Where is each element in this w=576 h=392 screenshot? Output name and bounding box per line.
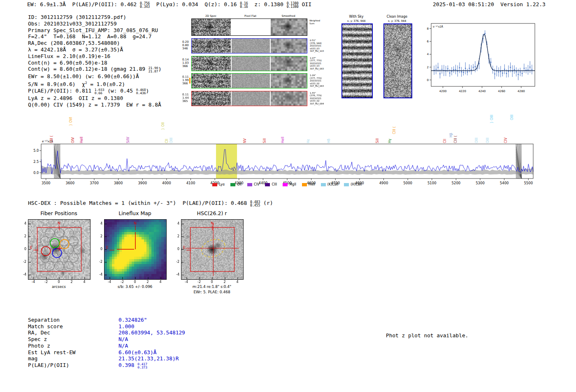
match-table-row: Est LyA rest-EW6.60(±0.63)Å bbox=[28, 349, 185, 356]
cutout-xtick: -2 bbox=[195, 280, 203, 284]
cutout-ytick: -4 bbox=[19, 273, 26, 276]
spectral-line-label: OIII bbox=[486, 138, 490, 143]
legend-swatch bbox=[344, 183, 349, 186]
lineflux-map-image bbox=[104, 219, 167, 280]
svg-text:4200: 4200 bbox=[439, 90, 447, 93]
legend-label: HeII bbox=[309, 183, 315, 186]
stacked-fraction: 0.7560.343 bbox=[140, 2, 150, 9]
spec2d-subimage bbox=[232, 91, 270, 106]
spec2d-row-left-labels: 0.141.03366 bbox=[182, 58, 189, 68]
match-table-value: N/A bbox=[118, 336, 128, 342]
cutout-ytick: -2 bbox=[95, 260, 102, 264]
svg-text:8: 8 bbox=[427, 27, 429, 30]
legend-swatch bbox=[283, 183, 288, 186]
cutout-xtick: -2 bbox=[118, 280, 126, 284]
legend-item: (H)CaII bbox=[344, 183, 362, 186]
svg-text:4: 4 bbox=[427, 53, 429, 56]
match-table-row: Spec zN/A bbox=[28, 336, 185, 343]
spectral-line-label: HeII bbox=[80, 137, 84, 143]
spec2d-subimage bbox=[271, 39, 307, 53]
cutout-xtick: -2 bbox=[42, 280, 50, 284]
svg-text:2.5: 2.5 bbox=[33, 160, 39, 164]
fiber-accent-mark bbox=[189, 78, 190, 84]
svg-text:4220: 4220 bbox=[459, 90, 466, 93]
cutout-ytick: -4 bbox=[172, 273, 179, 276]
spectral-line-label: OIII bbox=[510, 115, 514, 120]
stacked-fraction: 0.4170.373 bbox=[137, 363, 147, 369]
cutout-ytick: 2 bbox=[172, 234, 179, 238]
spectral-line-label: CIII ( bbox=[454, 136, 458, 143]
cutout-ytick: 2 bbox=[19, 234, 26, 238]
match-table-label: Match score bbox=[28, 323, 118, 330]
match-table-value: 6.60(±0.63)Å bbox=[118, 349, 156, 355]
svg-text:0.0: 0.0 bbox=[33, 171, 39, 175]
spec2d-subimage bbox=[271, 56, 307, 71]
legend-item: OII bbox=[230, 183, 242, 186]
spec2d-row-right-labels: 1.55"(376, 779)20210321v033_02307_RU_084 bbox=[310, 92, 324, 105]
svg-text:4260: 4260 bbox=[498, 90, 505, 93]
cutout-xtick: 0 bbox=[55, 280, 63, 284]
timestamp-version: 2025-01-03 08:51:20 Version 1.22.3 bbox=[433, 1, 546, 7]
cutout-xtick: 4 bbox=[156, 280, 165, 284]
line-fit-svg: 0246842004220424042604280e⁻¹⁷x2Å bbox=[420, 19, 555, 99]
hsc-cutout-image bbox=[181, 219, 244, 280]
spec2d-row-left-labels: 0.111.44365 bbox=[182, 93, 189, 103]
match-table-label: RA, Dec bbox=[28, 329, 118, 336]
spectral-line-label: CII bbox=[443, 139, 447, 143]
spectral-line-label: } OIII bbox=[490, 115, 494, 123]
match-table-label: P(LAE)/P(OII) bbox=[28, 362, 118, 369]
spec2d-fiber-row: 0.141.033661.07"(377, 770)20210321v033_0… bbox=[191, 56, 307, 71]
cutout-xtick: 2 bbox=[221, 280, 229, 284]
match-table-value: N/A bbox=[118, 343, 128, 349]
legend-label: CIV bbox=[254, 183, 259, 186]
legend-label: MgII bbox=[289, 183, 296, 186]
match-table: Separation0.324826"Match score1.000RA, D… bbox=[28, 317, 185, 369]
legend-item: CIII bbox=[265, 183, 277, 186]
match-table-value: 0.398 0.4170.373 bbox=[118, 362, 147, 368]
spec2d-subimage bbox=[232, 74, 270, 88]
svg-text:5.0: 5.0 bbox=[33, 149, 39, 153]
clean-image-coords: x, y: 376, 944 bbox=[382, 19, 412, 23]
cutout-ytick: 0 bbox=[172, 247, 179, 251]
svg-text:0: 0 bbox=[427, 79, 429, 82]
match-table-row: P(LAE)/P(OII)0.398 0.4170.373 bbox=[28, 362, 185, 369]
spec2d-row-right-labels: 0.51"(376, 944)20210321v033_03307_RU_103 bbox=[310, 39, 324, 53]
full-spectrum-svg: 0.02.55.03500360037003800390040004100420… bbox=[25, 108, 553, 192]
spectral-line-label: } OVI bbox=[69, 117, 73, 126]
cutout-ytick: -2 bbox=[172, 260, 179, 264]
svg-text:e⁻¹⁷x2Å: e⁻¹⁷x2Å bbox=[433, 25, 444, 28]
info-line: λ = 4242.18Å σ = 3.27(±0.35)Å bbox=[28, 46, 161, 53]
spec2d-weighted-row bbox=[191, 19, 307, 36]
spectral-line-label: OIII bbox=[475, 138, 478, 143]
weighted-sum-label: Weighted Sum bbox=[309, 19, 326, 25]
svg-text:4240: 4240 bbox=[478, 90, 486, 93]
spectral-line-label: CIII ( bbox=[50, 136, 53, 143]
spec2d-row-left-labels: 0.111.99366 bbox=[182, 75, 189, 85]
spec2d-subimage bbox=[232, 39, 270, 53]
cutout-ytick: -2 bbox=[19, 260, 26, 264]
match-table-row: RA, Dec208.603994, 53.548129 bbox=[28, 329, 185, 336]
with-sky-coords: x, y: 376, 944 bbox=[341, 19, 372, 23]
spectral-line-label: Hε bbox=[307, 139, 310, 143]
stacked-fraction: 0.4680.436 bbox=[136, 88, 146, 95]
cutout-ytick: 0 bbox=[19, 247, 26, 251]
hsc-caption-1: m:21.4 re:1.8" s:0.4" bbox=[181, 285, 243, 289]
spec2d-subimage bbox=[192, 91, 231, 106]
spec2d-subimage bbox=[192, 19, 231, 35]
legend-label: (H)CaII bbox=[351, 183, 362, 186]
line-fit-plot: 0246842004220424042604280e⁻¹⁷x2Å bbox=[420, 19, 555, 99]
spectral-line-label: SiIV bbox=[126, 137, 130, 143]
stacked-fraction: 0.4830.455 bbox=[250, 201, 260, 207]
stacked-fraction: 0.13800.1380 bbox=[287, 2, 299, 9]
legend-swatch bbox=[230, 183, 235, 186]
hsc-cutout-title: HSC(26.2) r bbox=[181, 210, 243, 216]
spectral-line-label: NV bbox=[243, 138, 247, 143]
legend-swatch bbox=[302, 183, 307, 186]
info-line: LineFlux = 2.10(±0.19)e-16 bbox=[28, 53, 161, 60]
spec2d-row-right-labels: 1.07"(377, 770)20210321v033_03307_RU_083 bbox=[310, 57, 324, 70]
cutout-xtick: -4 bbox=[29, 280, 37, 284]
legend-item: Lyα bbox=[212, 183, 225, 186]
spectral-line-label: Hδ bbox=[327, 139, 331, 143]
cutout-ytick: 4 bbox=[95, 222, 102, 225]
match-table-label: Separation bbox=[28, 317, 118, 323]
